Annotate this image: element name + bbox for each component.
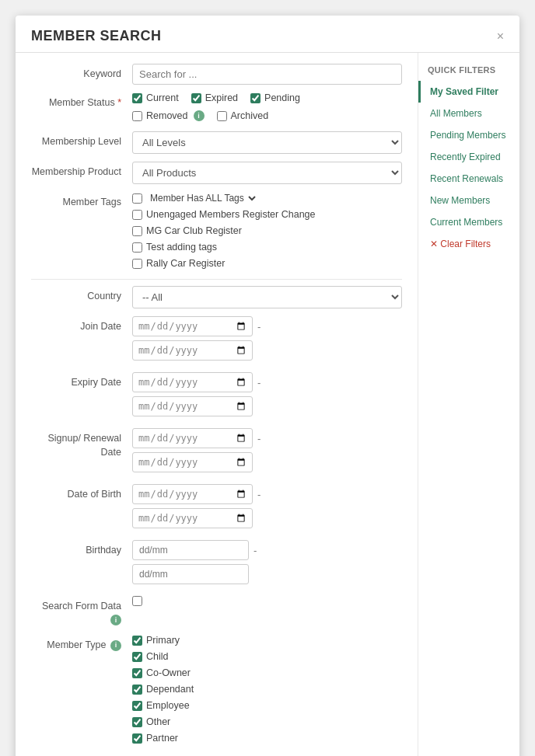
expiry-date-label: Expiry Date — [31, 372, 132, 390]
qf-recent-renewals[interactable]: Recent Renewals — [418, 168, 519, 190]
expiry-date-row: Expiry Date - — [31, 372, 402, 420]
type-other: Other — [132, 716, 402, 727]
status-archived-checkbox[interactable] — [217, 111, 227, 121]
tag-filter-dropdown: Member Has ALL Tags — [147, 192, 258, 204]
divider1 — [31, 279, 402, 280]
type-dependant: Dependant — [132, 684, 402, 695]
status-expired: Expired — [191, 92, 238, 103]
member-status-label: Member Status * — [31, 92, 132, 110]
quick-filters-label: Quick Filters — [418, 61, 519, 81]
join-date-to[interactable] — [132, 340, 253, 361]
member-tags-label: Member Tags — [31, 192, 132, 210]
tag-test-adding: Test adding tags — [132, 242, 402, 253]
status-current: Current — [132, 92, 179, 103]
status-current-checkbox[interactable] — [132, 93, 142, 103]
expiry-date-to[interactable] — [132, 396, 253, 416]
member-type-row: Member Type i Primary Child — [31, 635, 402, 746]
birthday-label: Birthday — [31, 540, 132, 558]
type-partner: Partner — [132, 733, 402, 744]
dob-label: Date of Birth — [31, 484, 132, 502]
status-pending: Pending — [250, 92, 300, 103]
member-type-label: Member Type i — [31, 635, 132, 653]
quick-filters-sidebar: Quick Filters My Saved Filter All Member… — [418, 53, 519, 756]
type-dependant-checkbox[interactable] — [132, 685, 142, 695]
join-date-from[interactable] — [132, 316, 253, 336]
qf-my-saved-filter[interactable]: My Saved Filter — [418, 81, 519, 103]
signup-date-dash: - — [257, 433, 261, 444]
member-type-list: Primary Child Co-Owner Dependant — [132, 635, 402, 746]
type-employee: Employee — [132, 700, 402, 711]
modal-header: MEMBER SEARCH × — [16, 16, 519, 53]
member-tags-row: Member Tags Member Has ALL Tags — [31, 192, 402, 271]
membership-level-select[interactable]: All Levels — [132, 131, 402, 154]
join-date-row: Join Date - — [31, 316, 402, 364]
status-removed-checkbox[interactable] — [132, 111, 142, 121]
membership-level-label: Membership Level — [31, 131, 132, 149]
member-type-info-icon[interactable]: i — [110, 640, 121, 651]
join-date-dash: - — [257, 321, 261, 333]
tags-list: Unengaged Members Register Change MG Car… — [132, 209, 402, 271]
tag-rally-car-checkbox[interactable] — [132, 259, 142, 269]
status-removed: Removed i — [132, 110, 205, 121]
membership-product-row: Membership Product All Products — [31, 162, 402, 184]
modal-title: MEMBER SEARCH — [31, 28, 162, 44]
member-search-modal: MEMBER SEARCH × Keyword Member Status * — [16, 16, 519, 756]
status-expired-checkbox[interactable] — [191, 93, 201, 103]
type-co-owner-checkbox[interactable] — [132, 668, 142, 678]
tag-mg-car-checkbox[interactable] — [132, 226, 142, 236]
qf-new-members[interactable]: New Members — [418, 190, 519, 211]
tag-test-adding-checkbox[interactable] — [132, 242, 142, 253]
membership-level-row: Membership Level All Levels — [31, 131, 402, 154]
qf-pending-members[interactable]: Pending Members — [418, 124, 519, 146]
status-pending-checkbox[interactable] — [250, 93, 261, 103]
country-label: Country — [31, 286, 132, 304]
qf-all-members[interactable]: All Members — [418, 103, 519, 124]
tag-unengaged-checkbox[interactable] — [132, 210, 142, 220]
birthday-from[interactable] — [132, 540, 249, 560]
membership-product-label: Membership Product — [31, 162, 132, 179]
signup-renewal-label: Signup/ Renewal Date — [31, 428, 132, 459]
type-employee-checkbox[interactable] — [132, 701, 142, 711]
status-archived: Archived — [217, 110, 269, 121]
type-primary-checkbox[interactable] — [132, 636, 142, 646]
removed-info-icon[interactable]: i — [194, 110, 205, 121]
keyword-row: Keyword — [31, 64, 402, 85]
member-tags-checkbox[interactable] — [132, 193, 142, 204]
modal-body: Keyword Member Status * Current — [16, 53, 519, 756]
type-child: Child — [132, 651, 402, 662]
tag-filter-select[interactable]: Member Has ALL Tags — [147, 192, 258, 204]
dob-from[interactable] — [132, 484, 253, 504]
expiry-date-from[interactable] — [132, 372, 253, 392]
form-area: Keyword Member Status * Current — [16, 53, 418, 756]
type-child-checkbox[interactable] — [132, 652, 142, 662]
close-x-button[interactable]: × — [497, 30, 504, 43]
keyword-input[interactable] — [132, 64, 402, 85]
search-form-data-label: Search Form Data i — [31, 596, 132, 627]
dob-dash: - — [257, 489, 261, 500]
join-date-label: Join Date — [31, 316, 132, 334]
dob-to[interactable] — [132, 508, 253, 528]
search-form-data-row: Search Form Data i — [31, 596, 402, 627]
keyword-label: Keyword — [31, 64, 132, 82]
search-form-data-info-icon[interactable]: i — [110, 615, 121, 625]
qf-recently-expired[interactable]: Recently Expired — [418, 146, 519, 168]
signup-renewal-row: Signup/ Renewal Date - — [31, 428, 402, 476]
membership-product-select[interactable]: All Products — [132, 162, 402, 184]
type-other-checkbox[interactable] — [132, 717, 142, 727]
birthday-to[interactable] — [132, 564, 249, 584]
birthday-row: Birthday - — [31, 540, 402, 588]
qf-clear-filters[interactable]: ✕ Clear Filters — [418, 233, 519, 255]
tag-rally-car: Rally Car Register — [132, 258, 402, 269]
qf-current-members[interactable]: Current Members — [418, 211, 519, 233]
type-co-owner: Co-Owner — [132, 667, 402, 678]
signup-date-to[interactable] — [132, 452, 253, 472]
member-status-row: Member Status * Current Expired — [31, 92, 402, 124]
signup-date-from[interactable] — [132, 428, 253, 448]
birthday-dash: - — [254, 545, 257, 556]
type-partner-checkbox[interactable] — [132, 733, 142, 744]
search-form-data-checkbox[interactable] — [132, 596, 142, 606]
country-select[interactable]: -- All — [132, 286, 402, 308]
dob-row: Date of Birth - — [31, 484, 402, 532]
country-row: Country -- All — [31, 286, 402, 308]
tag-unengaged: Unengaged Members Register Change — [132, 209, 402, 220]
